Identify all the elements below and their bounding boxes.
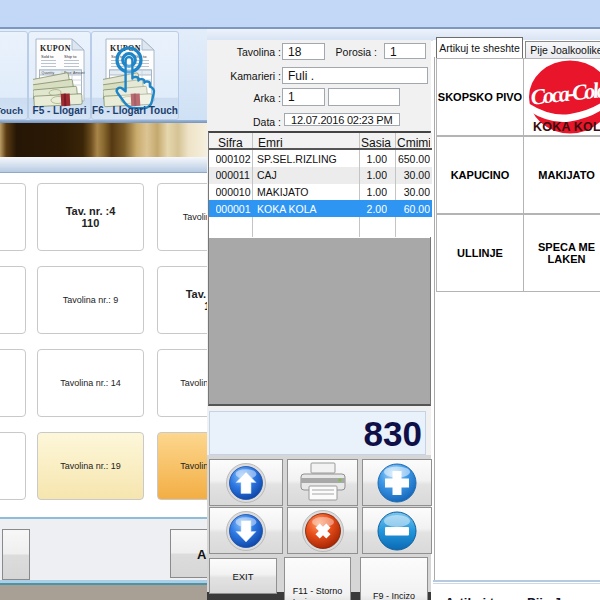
svg-text:KUPON: KUPON — [40, 44, 71, 53]
svg-text:Ship to: Ship to — [64, 54, 77, 59]
svg-text:KOKA KOLA: KOKA KOLA — [533, 120, 600, 134]
svg-text:Quantity: Quantity — [42, 71, 55, 75]
svg-text:Sold to: Sold to — [41, 54, 54, 59]
svg-text:Amount: Amount — [73, 71, 85, 75]
